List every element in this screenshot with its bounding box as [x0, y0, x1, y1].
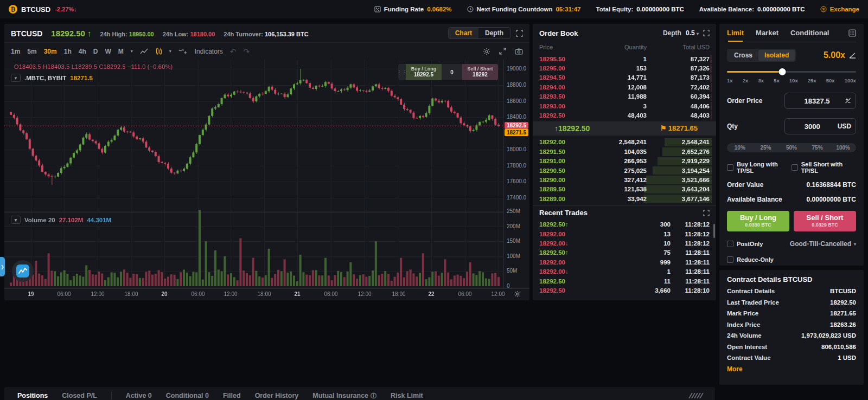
ask-row[interactable]: 18295.0015387,326 [533, 63, 716, 73]
leverage-value[interactable]: 5.00x [824, 50, 856, 60]
interval-4h[interactable]: 4h [79, 48, 86, 55]
tab-depth-view[interactable]: Depth [478, 28, 510, 38]
trade-row[interactable]: 18292.0099911:28:11 [533, 257, 716, 267]
recent-trades-expand-icon[interactable] [703, 210, 710, 216]
leverage-edit-icon[interactable] [849, 53, 856, 59]
post-only-checkbox[interactable]: PostOnly [727, 241, 763, 247]
ask-row[interactable]: 18293.5011,98860,394 [533, 92, 716, 101]
widget-sell-button[interactable]: Sell / Short 18292 [462, 64, 498, 80]
last-price-toggle-icon[interactable] [845, 98, 851, 104]
line-chart-icon[interactable] [140, 48, 149, 55]
margin-cross[interactable]: Cross [728, 50, 758, 61]
undo-icon[interactable]: ↶ [230, 47, 237, 56]
widget-qty[interactable]: 0 [442, 64, 462, 80]
tab-conditional-0[interactable]: Conditional 0 [166, 388, 209, 400]
fullscreen-icon[interactable] [499, 48, 506, 55]
ask-row[interactable]: 18293.00348,406 [533, 101, 716, 111]
leverage-mark-5x[interactable]: 5x [774, 78, 780, 83]
ask-row[interactable]: 18292.5048,40348,403 [533, 111, 716, 120]
redo-icon[interactable]: ↷ [244, 47, 250, 56]
indicators-icon[interactable] [178, 48, 188, 55]
trade-row[interactable]: 18292.501111:28:11 [533, 276, 716, 286]
leverage-mark-2x[interactable]: 2x [743, 78, 749, 83]
leverage-slider-knob[interactable] [779, 68, 786, 75]
bid-row[interactable]: 18290.00327,4123,521,666 [533, 175, 716, 184]
order-presets-icon[interactable] [848, 29, 856, 37]
axis-settings-icon[interactable] [514, 291, 521, 298]
tab-mutual-insurance[interactable]: Mutual Insuranceⓘ [312, 388, 376, 400]
interval-more-icon[interactable]: ▾ [131, 49, 133, 54]
time-in-force-select[interactable]: Good-Till-Cancelled▾ [790, 240, 856, 248]
orderbook-expand-icon[interactable] [703, 30, 710, 36]
panel-resize-handle[interactable] [690, 393, 702, 398]
buy-tpsl-checkbox[interactable]: Buy Long with TP/SL [727, 161, 792, 174]
qty-percent-25[interactable]: 25% [753, 143, 779, 152]
chart-area[interactable]: O18403.5 H18403.5 L18289.5 C18292.5 −111… [4, 60, 529, 288]
qty-percent-75[interactable]: 75% [805, 143, 831, 152]
trade-row[interactable]: 18292.50↑30011:28:12 [533, 220, 716, 229]
sidebar-expand-tab[interactable]: ❯ [0, 257, 5, 276]
leverage-mark-1x[interactable]: 1x [727, 78, 733, 83]
tab-positions[interactable]: Positions [17, 388, 48, 400]
trade-row[interactable]: 18292.503,66011:28:10 [533, 286, 716, 295]
ask-row[interactable]: 18295.50187,327 [533, 54, 716, 63]
chart-settings-icon[interactable] [483, 48, 490, 55]
interval-W[interactable]: W [105, 48, 111, 55]
symbol-collapse-icon[interactable]: ▾ [11, 74, 21, 82]
qty-percent-100[interactable]: 100% [830, 143, 856, 152]
bid-row[interactable]: 18292.002,548,2412,548,241 [533, 138, 716, 147]
tab-conditional[interactable]: Conditional [790, 24, 829, 41]
candlestick-canvas[interactable] [4, 60, 503, 288]
tab-order-history[interactable]: Order History [255, 388, 299, 400]
qty-percent-10[interactable]: 10% [727, 143, 753, 152]
bid-row[interactable]: 18291.50104,0352,652,276 [533, 147, 716, 156]
trade-row[interactable]: 18292.001311:28:12 [533, 229, 716, 238]
sell-short-button[interactable]: Sell / Short0.0329 BTC [794, 211, 856, 231]
tab-active-0[interactable]: Active 0 [126, 388, 152, 400]
bid-row[interactable]: 18291.00266,9532,919,229 [533, 157, 716, 166]
interval-D[interactable]: D [93, 48, 98, 55]
tab-limit[interactable]: Limit [727, 24, 744, 41]
time-axis[interactable]: 1906:0012:0018:002006:0012:0018:002106:0… [4, 288, 529, 299]
trade-row[interactable]: 18292.00↓111:28:11 [533, 267, 716, 276]
leverage-mark-10x[interactable]: 10x [789, 78, 798, 83]
buy-long-button[interactable]: Buy / Long0.0330 BTC [727, 211, 789, 231]
qty-percent-50[interactable]: 50% [778, 143, 805, 152]
trade-row[interactable]: 18292.50↑7511:28:11 [533, 248, 716, 257]
widget-drag-handle[interactable]: ⋮⋮ [398, 64, 406, 80]
interval-1m[interactable]: 1m [11, 48, 20, 55]
margin-isolated[interactable]: Isolated [758, 50, 795, 61]
candle-style-icon[interactable] [156, 47, 162, 55]
leverage-mark-50x[interactable]: 50x [826, 78, 835, 83]
camera-icon[interactable] [515, 48, 523, 55]
leverage-mark-100x[interactable]: 100x [845, 78, 856, 83]
topbar-symbol[interactable]: BTCUSD [21, 5, 50, 14]
mid-last-price[interactable]: ↑18292.50 [554, 124, 590, 133]
price-axis[interactable]: 19000.018800.018600.018400.018000.017800… [503, 60, 529, 288]
volume-collapse-icon[interactable]: ▾ [11, 216, 21, 224]
widget-buy-button[interactable]: Buy / Long 18292.5 [406, 64, 442, 80]
trade-row[interactable]: 18292.00↓1011:28:12 [533, 238, 716, 248]
interval-30m[interactable]: 30m [44, 48, 57, 55]
more-link[interactable]: More [727, 365, 856, 373]
expand-panel-icon[interactable] [516, 30, 523, 37]
tab-closed-p-l[interactable]: Closed P/L [62, 388, 97, 400]
tab-chart-view[interactable]: Chart [449, 28, 478, 38]
mark-price[interactable]: ⚑18271.65 [660, 124, 698, 132]
tab-filled[interactable]: Filled [223, 388, 241, 400]
leverage-mark-3x[interactable]: 3x [758, 78, 764, 83]
exchange-link[interactable]: Exchange [820, 6, 859, 12]
trades-scrollbar[interactable] [713, 224, 715, 238]
interval-1h[interactable]: 1h [64, 48, 72, 55]
depth-select[interactable]: 0.5 ▾ [686, 29, 699, 37]
bid-row[interactable]: 18290.50275,0253,194,254 [533, 166, 716, 175]
tab-market[interactable]: Market [756, 24, 778, 41]
interval-5m[interactable]: 5m [27, 48, 36, 55]
leverage-mark-25x[interactable]: 25x [808, 78, 816, 83]
indicators-label[interactable]: Indicators [195, 48, 223, 55]
sell-tpsl-checkbox[interactable]: Sell Short with TP/SL [792, 161, 856, 174]
candle-style-caret[interactable]: ▾ [169, 49, 171, 54]
ask-row[interactable]: 18294.5014,77187,173 [533, 73, 716, 82]
interval-M[interactable]: M [118, 48, 124, 55]
qty-input[interactable]: 3000 USD [784, 118, 856, 134]
